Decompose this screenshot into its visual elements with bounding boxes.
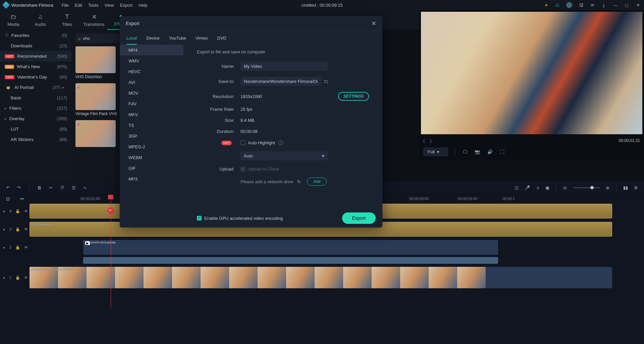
lock-icon[interactable]: 🔓 bbox=[15, 276, 20, 280]
saveto-input[interactable] bbox=[240, 77, 321, 86]
refresh-icon[interactable]: ↻ bbox=[297, 179, 301, 184]
fullscreen-icon[interactable]: ⛶ bbox=[500, 149, 504, 154]
format-mp3[interactable]: MP3 bbox=[120, 174, 183, 184]
tab-device[interactable]: Device bbox=[146, 36, 160, 45]
tab-transitions[interactable]: ⤨Transitions bbox=[80, 10, 107, 30]
format-wmv[interactable]: WMV bbox=[120, 55, 183, 66]
download-icon[interactable]: ⭳ bbox=[601, 2, 606, 8]
marker-icon[interactable]: ◫ bbox=[515, 185, 519, 190]
track-head[interactable]: ▸2🔓👁 bbox=[0, 245, 30, 250]
account-avatar-icon[interactable] bbox=[566, 2, 572, 8]
info-icon[interactable]: i bbox=[278, 140, 283, 145]
auto-highlight-checkbox[interactable]: Auto Highlight bbox=[240, 140, 275, 145]
adjust-icon[interactable]: ☰ bbox=[72, 185, 76, 190]
playhead[interactable]: ✂ bbox=[111, 195, 111, 309]
toggle-icon[interactable]: ▸ bbox=[3, 209, 5, 213]
close-window-icon[interactable]: ✕ bbox=[635, 2, 641, 8]
maximize-icon[interactable]: ◻ bbox=[624, 2, 629, 8]
format-3gp[interactable]: 3GP bbox=[120, 131, 183, 141]
menu-file[interactable]: File bbox=[62, 3, 69, 8]
eye-icon[interactable]: 👁 bbox=[24, 276, 28, 280]
format-avi[interactable]: AVI bbox=[120, 77, 183, 88]
cat-downloads[interactable]: Downloads(15) bbox=[0, 41, 72, 51]
bracket-left-icon[interactable]: { bbox=[423, 138, 425, 143]
format-gif[interactable]: GIF bbox=[120, 163, 183, 174]
track-head[interactable]: ▸3🔓👁 bbox=[0, 227, 30, 232]
settings-gear-icon[interactable]: ⚙ bbox=[634, 185, 638, 190]
cat-favorites[interactable]: ♡Favorites(0) bbox=[0, 30, 72, 41]
export-button[interactable]: Export bbox=[342, 212, 376, 224]
delete-icon[interactable]: 🗑 bbox=[37, 185, 42, 190]
bracket-right-icon[interactable]: } bbox=[430, 138, 431, 143]
cat-basic[interactable]: Basic(117) bbox=[0, 93, 72, 103]
zoom-in-icon[interactable]: ⊕ bbox=[606, 185, 609, 190]
split-icon[interactable]: ✂ bbox=[49, 185, 53, 190]
add-button[interactable]: Add bbox=[307, 178, 327, 186]
tab-vimeo[interactable]: Vimeo bbox=[196, 36, 208, 45]
format-mpeg2[interactable]: MPEG-2 bbox=[120, 141, 183, 152]
lock-icon[interactable]: 🔓 bbox=[15, 227, 20, 232]
main-video-clip[interactable]: pexels-anna-tarazevich-6550971 bbox=[30, 267, 612, 288]
undo-icon[interactable]: ↶ bbox=[6, 185, 10, 190]
eye-icon[interactable]: 👁 bbox=[24, 209, 28, 213]
menu-view[interactable]: View bbox=[104, 3, 114, 8]
support-icon[interactable]: ♺ bbox=[555, 2, 560, 8]
audio-adjust-icon[interactable]: ∿ bbox=[83, 185, 87, 190]
preview-video[interactable] bbox=[421, 12, 642, 134]
render-icon[interactable]: ▣ bbox=[545, 185, 549, 190]
cat-filters[interactable]: ▸Filters(327) bbox=[0, 103, 72, 113]
tab-titles[interactable]: TTitles bbox=[54, 10, 80, 30]
mail-icon[interactable]: ✉ bbox=[590, 2, 595, 8]
track-head[interactable]: ▸1🔓👁 bbox=[0, 276, 30, 280]
eye-icon[interactable]: 👁 bbox=[24, 245, 28, 249]
snapshot-icon[interactable]: 📷 bbox=[475, 149, 480, 154]
tab-dvd[interactable]: DVD bbox=[217, 36, 226, 45]
video-clip[interactable]: ▶pexels-вальдемар bbox=[83, 240, 498, 255]
thumbs-icon[interactable]: ▮▮ bbox=[623, 185, 628, 190]
format-mp4[interactable]: MP4 bbox=[120, 45, 183, 55]
redo-icon[interactable]: ↷ bbox=[17, 185, 21, 190]
close-icon[interactable]: ✕ bbox=[371, 20, 376, 27]
speed-icon[interactable]: ⏱ bbox=[60, 185, 64, 190]
toggle-icon[interactable]: ▸ bbox=[3, 245, 5, 250]
volume-icon[interactable]: 🔊 bbox=[487, 149, 493, 154]
cat-overlay[interactable]: ▸Overlay(355) bbox=[0, 113, 72, 124]
minimize-icon[interactable]: — bbox=[612, 2, 618, 8]
gpu-checkbox[interactable]: Enable GPU accelerated video encoding bbox=[197, 216, 283, 221]
link-icon[interactable]: ⚯ bbox=[20, 196, 24, 201]
cat-valentines[interactable]: HOTValentine's Day(45) bbox=[0, 72, 72, 82]
auto-highlight-select[interactable]: Auto▾ bbox=[240, 151, 328, 160]
tab-audio[interactable]: ♫Audio bbox=[27, 10, 54, 30]
lock-icon[interactable]: 🔓 bbox=[15, 209, 20, 213]
format-webm[interactable]: WEBM bbox=[120, 152, 183, 163]
zoom-slider[interactable] bbox=[573, 187, 600, 188]
preview-quality-select[interactable]: Full ▾ bbox=[423, 148, 448, 156]
eye-icon[interactable]: 👁 bbox=[24, 227, 28, 231]
tab-local[interactable]: Local bbox=[126, 36, 137, 45]
name-input[interactable] bbox=[240, 62, 328, 71]
settings-button[interactable]: SETTINGS bbox=[338, 92, 369, 101]
menu-help[interactable]: Help bbox=[139, 3, 148, 8]
toggle-icon[interactable]: ▸ bbox=[3, 276, 5, 280]
tab-media[interactable]: 🗀Media bbox=[0, 10, 27, 30]
cat-whats-new[interactable]: NewWhat's New(676) bbox=[0, 61, 72, 72]
save-icon[interactable]: 🖫 bbox=[578, 2, 584, 8]
format-mkv[interactable]: MKV bbox=[120, 109, 183, 120]
cat-ar-stickers[interactable]: AR Stickers(69) bbox=[0, 134, 72, 145]
zoom-out-icon[interactable]: ⊖ bbox=[563, 185, 567, 190]
lock-icon[interactable]: 🔓 bbox=[15, 245, 20, 250]
cat-ai-portrait[interactable]: 👑AI Portrait(37)▸ bbox=[0, 82, 72, 93]
idea-icon[interactable]: ✦ bbox=[543, 2, 549, 8]
tab-youtube[interactable]: YouTube bbox=[169, 36, 186, 45]
format-hevc[interactable]: HEVC bbox=[120, 66, 183, 77]
mic-icon[interactable]: 🎤 bbox=[525, 185, 530, 190]
display-icon[interactable]: 🖵 bbox=[463, 149, 467, 154]
format-mov[interactable]: MOV bbox=[120, 88, 183, 98]
toggle-icon[interactable]: ▸ bbox=[3, 227, 5, 232]
audio-clip[interactable] bbox=[83, 257, 498, 264]
link-toggle-icon[interactable]: ⊡ bbox=[6, 196, 10, 201]
menu-tools[interactable]: Tools bbox=[88, 3, 98, 8]
format-f4v[interactable]: F4V bbox=[120, 98, 183, 109]
folder-icon[interactable]: 🗀 bbox=[324, 79, 328, 84]
cat-lut[interactable]: LUT(89) bbox=[0, 124, 72, 134]
